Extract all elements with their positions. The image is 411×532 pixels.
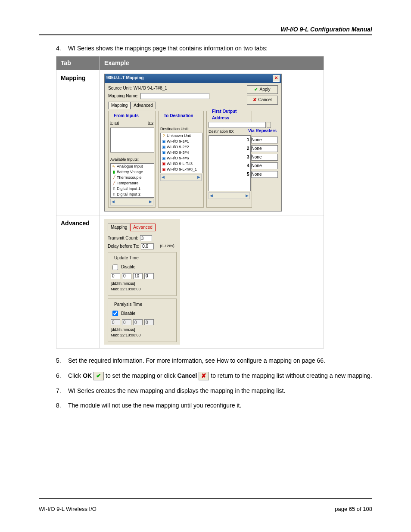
tab-mapping[interactable]: Mapping bbox=[108, 102, 131, 110]
par-ss bbox=[144, 319, 154, 325]
temp-icon: ╱ bbox=[112, 180, 116, 186]
node-icon: ▣ bbox=[162, 156, 166, 161]
x-icon: ✘ bbox=[253, 97, 256, 103]
rep-1-label: 1 bbox=[247, 137, 249, 143]
dest-id-list[interactable] bbox=[209, 135, 251, 191]
rep-5-label: 5 bbox=[247, 171, 249, 178]
step-6-num: 6. bbox=[56, 371, 68, 380]
rule-bottom bbox=[39, 498, 372, 499]
cancel-button[interactable]: ✘Cancel bbox=[247, 96, 278, 105]
hscroll[interactable]: ◀▶ bbox=[160, 174, 202, 181]
dest-id-label: Destination ID: bbox=[209, 129, 250, 134]
rep-3-select[interactable]: None bbox=[251, 154, 278, 161]
tabs-table: Tab Example Mapping 905U-L-T Mapping ✕ bbox=[56, 56, 324, 348]
par-hh bbox=[122, 319, 131, 325]
output-title: First Output Address bbox=[210, 109, 250, 121]
inv-col-label: Inv bbox=[148, 120, 153, 126]
dest-unit-label: Destination Unit: bbox=[160, 126, 202, 132]
upd-format: [dd:hh:mm:ss] bbox=[111, 281, 174, 286]
rep-4-label: 4 bbox=[247, 163, 249, 169]
upd-dd[interactable] bbox=[111, 273, 120, 279]
node-icon: ▣ bbox=[162, 144, 166, 150]
upd-hh[interactable] bbox=[122, 273, 131, 279]
delay-hint: (0-128s) bbox=[160, 243, 174, 249]
step-7: 7.WI Series creates the new mapping and … bbox=[56, 386, 372, 395]
hscroll[interactable]: ◀▶ bbox=[209, 192, 250, 199]
pulse-icon: ⊓ bbox=[112, 197, 116, 198]
delay-input[interactable] bbox=[141, 243, 154, 249]
rep-2-label: 2 bbox=[247, 146, 249, 152]
update-disable-checkbox[interactable] bbox=[112, 264, 118, 270]
apply-button[interactable]: ✔Apply bbox=[247, 85, 278, 94]
step-6-cancel: Cancel bbox=[177, 372, 197, 379]
dest-item-2: WI-I/O 9-2#2 bbox=[167, 145, 189, 149]
avail-item-4: Digital Input 1 bbox=[117, 187, 140, 191]
avail-item-0: Analogue Input bbox=[117, 164, 143, 168]
node-icon: ▣ bbox=[162, 139, 166, 144]
par-max: Max: 22:18:08:00 bbox=[111, 333, 174, 338]
transmit-count-input[interactable] bbox=[140, 235, 152, 241]
avail-item-3: Temperature bbox=[117, 181, 139, 185]
rep-2-select[interactable]: None bbox=[251, 145, 278, 152]
delay-label: Delay before Tx: bbox=[108, 243, 139, 250]
par-format: [dd:hh:mm:ss] bbox=[111, 327, 174, 333]
tab-advanced[interactable]: Advanced bbox=[131, 102, 156, 109]
dialog-titlebar: 905U-L-T Mapping ✕ bbox=[105, 74, 281, 83]
avail-item-5: Digital Input 2 bbox=[117, 192, 140, 196]
row-mapping-label: Mapping bbox=[56, 70, 100, 215]
check-icon: ✔ bbox=[254, 87, 258, 93]
paralysis-time-group: Paralysis Time Disable [dd:hh:mm:ss] bbox=[108, 299, 177, 342]
dest-unit-list[interactable]: ?Unknown Unit ▣WI-I/O 9-1#1 ▣WI-I/O 9-2#… bbox=[160, 133, 202, 173]
dest-item-0: Unknown Unit bbox=[167, 134, 191, 138]
update-disable-label: Disable bbox=[121, 264, 135, 271]
advanced-panel: MappingAdvanced Transmit Count: Delay be… bbox=[104, 219, 180, 345]
wave-icon: ∿ bbox=[112, 164, 116, 169]
step-6-ok: OK bbox=[83, 372, 92, 379]
step-4-num: 4. bbox=[56, 44, 68, 53]
rep-5-select[interactable]: None bbox=[251, 171, 278, 178]
battery-icon: ▮ bbox=[112, 169, 116, 175]
pulse-icon: ⎍ bbox=[112, 186, 116, 192]
dest-item-6: WI-I/O 9-L-T#8_1 bbox=[167, 167, 197, 171]
from-title: From Inputs bbox=[112, 113, 140, 119]
step-8-num: 8. bbox=[56, 401, 68, 410]
input-col-label: Input bbox=[110, 120, 146, 126]
step-7-num: 7. bbox=[56, 386, 68, 395]
row-advanced-label: Advanced bbox=[56, 215, 100, 348]
dest-item-1: WI-I/O 9-1#1 bbox=[167, 139, 189, 143]
transmit-count-label: Transmit Count: bbox=[108, 235, 138, 242]
close-icon[interactable]: ✕ bbox=[273, 75, 280, 82]
from-inputs-list[interactable] bbox=[110, 128, 154, 152]
available-inputs-list[interactable]: ∿Analogue Input ▮Battery Voltage ╱Thermo… bbox=[110, 163, 154, 198]
upd-ss[interactable] bbox=[144, 273, 154, 279]
step-4-text: WI Series shows the mappings page that c… bbox=[68, 45, 268, 52]
paralysis-title: Paralysis Time bbox=[112, 302, 144, 308]
col-example: Example bbox=[100, 56, 324, 70]
mapping-name-input[interactable] bbox=[140, 93, 209, 99]
repeaters-title: Via Repeaters bbox=[247, 128, 278, 134]
adv-tabbar: MappingAdvanced bbox=[108, 223, 177, 231]
cancel-button-label: Cancel bbox=[258, 97, 271, 103]
mapping-name-label: Mapping Name: bbox=[108, 93, 139, 100]
dest-title: To Destination bbox=[162, 113, 195, 119]
paralysis-disable-checkbox[interactable] bbox=[112, 311, 118, 316]
rep-1-select[interactable]: None bbox=[251, 137, 278, 143]
avail-item-1: Battery Voltage bbox=[117, 170, 143, 174]
hscroll[interactable]: ◀▶ bbox=[110, 199, 153, 205]
par-dd bbox=[111, 319, 120, 325]
footer-right: page 65 of 108 bbox=[335, 506, 372, 512]
adv-tab-advanced[interactable]: Advanced bbox=[130, 224, 155, 232]
rep-4-select[interactable]: None bbox=[251, 162, 278, 169]
rep-3-label: 3 bbox=[247, 154, 249, 161]
dest-item-5: WI-I/O 9-L-T#8 bbox=[167, 162, 193, 166]
apply-button-label: Apply bbox=[259, 87, 270, 93]
step-5-text: Set the required information. For more i… bbox=[68, 357, 325, 364]
dest-item-7: WI-I/O 9-L-R#3 bbox=[167, 173, 193, 173]
col-tab: Tab bbox=[56, 56, 100, 70]
dialog-title: 905U-L-T Mapping bbox=[106, 75, 144, 81]
avail-item-2: Thermocouple bbox=[117, 175, 142, 180]
adv-tab-mapping[interactable]: Mapping bbox=[108, 224, 130, 231]
thermo-icon: ╱ bbox=[112, 175, 116, 180]
upd-mm[interactable] bbox=[133, 273, 143, 279]
available-inputs-label: Available Inputs: bbox=[110, 157, 153, 162]
